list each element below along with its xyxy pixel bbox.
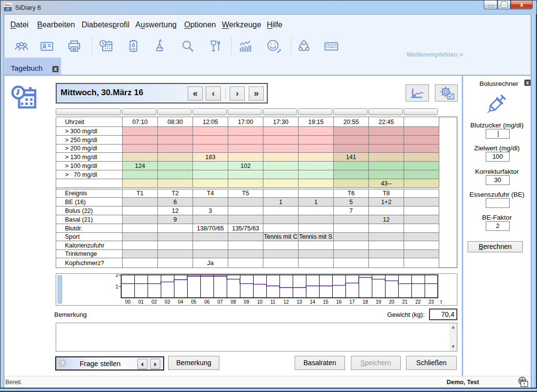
svg-text:16: 16: [336, 299, 342, 305]
svg-text:Diary: Diary: [5, 3, 11, 6]
svg-text:15: 15: [323, 299, 329, 305]
svg-text:06: 06: [204, 299, 210, 305]
svg-text:22: 22: [415, 299, 421, 305]
svg-text:10: 10: [257, 299, 263, 305]
svg-text:17: 17: [349, 299, 355, 305]
svg-text:11: 11: [270, 299, 276, 305]
svg-text:1: 1: [115, 284, 118, 289]
svg-text:12: 12: [283, 299, 289, 305]
svg-text:t: t: [441, 299, 442, 305]
svg-text:14: 14: [310, 299, 316, 305]
svg-text:04: 04: [178, 299, 184, 305]
svg-text:13: 13: [297, 299, 302, 305]
svg-text:20: 20: [389, 299, 395, 305]
svg-text:2: 2: [115, 274, 118, 278]
svg-text:07: 07: [217, 299, 223, 305]
svg-text:05: 05: [191, 299, 197, 305]
svg-text:09: 09: [244, 299, 250, 305]
svg-text:18: 18: [363, 299, 368, 305]
svg-text:00: 00: [125, 299, 131, 305]
svg-text:01: 01: [138, 299, 144, 305]
svg-text:02: 02: [151, 299, 157, 305]
svg-text:21: 21: [402, 299, 408, 305]
svg-text:23: 23: [429, 299, 434, 305]
svg-text:19: 19: [376, 299, 382, 305]
svg-text:03: 03: [165, 299, 171, 305]
svg-text:08: 08: [231, 299, 236, 305]
